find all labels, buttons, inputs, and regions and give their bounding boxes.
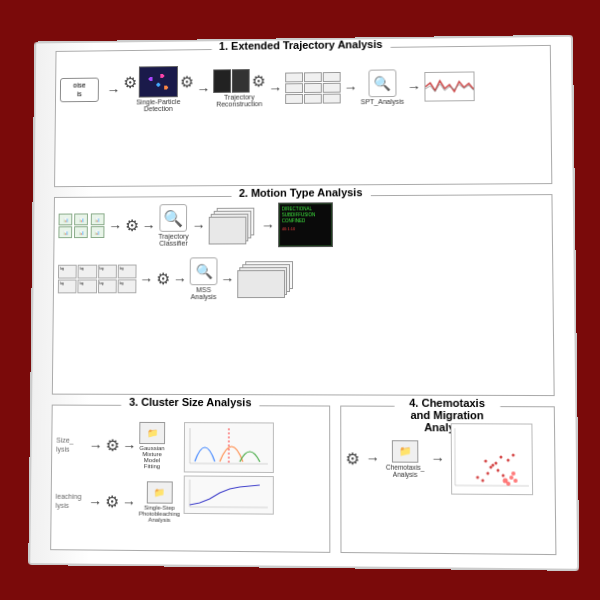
detection-step: ⚙ ⚙ Single-Particle Detection: [122, 66, 193, 113]
file-6: 📊: [90, 226, 104, 238]
sdoc-2: log: [77, 265, 96, 279]
arrow-s2-1: →: [108, 218, 122, 234]
gear-icon-2: ⚙: [179, 72, 193, 91]
file-5: 📊: [74, 226, 88, 238]
magnifier-icon: 🔍: [368, 69, 396, 97]
folder-mss: 🔍: [189, 257, 217, 285]
scatter-chart: [450, 423, 532, 495]
arrow-s3-3: →: [88, 493, 102, 509]
chem-step: 📁 Chemotaxis_ Analysis: [385, 440, 424, 478]
gmm-row: Size_lysis → ⚙ → 📁 Gaussian Mixture Mode…: [55, 422, 164, 470]
arrow-s2-6: →: [172, 271, 186, 287]
gear-icon-3: ⚙: [251, 71, 265, 90]
section2-title: 2. Motion Type Analysis: [231, 186, 370, 199]
main-card: 1. Extended Trajectory Analysis oiseis →…: [28, 35, 579, 571]
gmm-step: 📁 Gaussian Mixture Model Fitting: [139, 422, 165, 469]
diffusion-classification: DIRECTIONALSUBDIFFUSIONCONFINED 40:1:10: [277, 202, 332, 247]
arrow-s3-1: →: [88, 437, 102, 453]
arrow4: →: [343, 79, 357, 95]
sdoc-5: log: [57, 280, 76, 294]
arrow-s2-5: →: [139, 271, 153, 287]
step-spt-label: SPT_Analysis: [360, 97, 404, 104]
file-2: 📊: [74, 213, 88, 225]
tc-step: 🔍 Trajectory Classifier: [158, 204, 189, 247]
spb-row: leachinglysis → ⚙ → 📁 Single-Step Photob…: [55, 481, 180, 523]
section3: 3. Cluster Size Analysis Size_lysis → ⚙ …: [50, 405, 330, 553]
file-1: 📊: [58, 214, 72, 226]
arrow-s3-2: →: [122, 437, 136, 453]
step-chem-label: Chemotaxis_ Analysis: [385, 463, 424, 478]
noise-label: oiseis: [59, 78, 98, 102]
card-content: 1. Extended Trajectory Analysis oiseis →…: [30, 37, 577, 569]
diffusion-block: DIRECTIONALSUBDIFFUSIONCONFINED 40:1:10: [277, 202, 332, 247]
arrow-s4-2: →: [430, 451, 444, 467]
arrow5: →: [406, 78, 420, 94]
folder-gmm: 📁: [139, 422, 165, 444]
step-spb-label: Single-Step Photobleaching Analysis: [138, 504, 179, 523]
size-partial: Size_lysis: [56, 437, 86, 454]
step-tc-label: Trajectory Classifier: [158, 233, 188, 247]
gear-s2-2: ⚙: [156, 269, 170, 288]
trajectory-step: ⚙ Trajectory Reconstruction: [213, 69, 265, 108]
particle-image: [138, 66, 177, 98]
step-spd-label: Single-Particle Detection: [136, 98, 180, 112]
stacked-plots-mss: [237, 261, 297, 296]
gear-s3-2: ⚙: [104, 492, 118, 511]
doc-stacks: [285, 71, 341, 103]
section3-title: 3. Cluster Size Analysis: [121, 396, 259, 408]
folder-spb: 📁: [146, 481, 172, 503]
folder-chem: 📁: [391, 440, 417, 463]
left-partial: oiseis: [59, 78, 103, 103]
arrow-s2-3: →: [191, 217, 205, 233]
svg-rect-10: [184, 477, 272, 514]
folder-tc: 🔍: [159, 204, 187, 232]
arrow-s2-2: →: [141, 218, 155, 234]
spt-step: 🔍 SPT_Analysis: [360, 69, 404, 105]
section3-charts: [183, 422, 324, 524]
section1: 1. Extended Trajectory Analysis oiseis →…: [54, 45, 552, 187]
section1-label: 1. Extended Trajectory Analysis: [219, 38, 382, 52]
tiny-doc-5: [303, 82, 321, 92]
plot-doc-4: [208, 217, 246, 245]
section3-left: Size_lysis → ⚙ → 📁 Gaussian Mixture Mode…: [55, 422, 180, 523]
tiny-doc-6: [322, 82, 340, 92]
spb-step: 📁 Single-Step Photobleaching Analysis: [138, 481, 179, 523]
svg-rect-13: [451, 424, 531, 494]
spt-chart: [423, 71, 473, 101]
section2: 2. Motion Type Analysis 📊 📊 📊 📊 📊 📊 → ⚙ …: [51, 194, 554, 396]
tiny-doc-7: [285, 93, 303, 103]
arrow-s2-4: →: [261, 217, 275, 233]
arrow1: →: [106, 82, 120, 98]
mss-doc-4: [237, 270, 285, 298]
tiny-doc-3: [322, 71, 340, 81]
diffusion-number: 40:1:10: [279, 226, 330, 231]
section2-row2: log log log log log log log log → ⚙ → 🔍 …: [53, 254, 552, 302]
step-mss-label: MSS Analysis: [190, 286, 216, 300]
section1-title: 1. Extended Trajectory Analysis: [211, 38, 390, 52]
stacked-plots-1: [208, 208, 258, 243]
sdoc-1: log: [57, 265, 76, 279]
gmm-chart: [184, 422, 274, 473]
csv-files: 📊 📊 📊 📊 📊 📊: [58, 213, 105, 238]
arrow-s3-4: →: [121, 494, 135, 510]
sdoc-6: log: [77, 279, 96, 293]
file-3: 📊: [90, 213, 104, 225]
diffusion-text: DIRECTIONALSUBDIFFUSIONCONFINED: [279, 204, 330, 226]
small-doc-grid: log log log log log log log log: [57, 265, 136, 294]
section3-content: Size_lysis → ⚙ → 📁 Gaussian Mixture Mode…: [51, 414, 329, 533]
gear-icon-1: ⚙: [123, 73, 137, 92]
sdoc-4: log: [117, 265, 136, 279]
tiny-doc-2: [303, 72, 321, 82]
arrow3: →: [268, 80, 282, 96]
sdoc-3: log: [97, 265, 116, 279]
sdoc-7: log: [97, 279, 116, 293]
step-gmm-label: Gaussian Mixture Model Fitting: [139, 445, 164, 469]
mss-step: 🔍 MSS Analysis: [189, 257, 217, 300]
section2-row1: 📊 📊 📊 📊 📊 📊 → ⚙ → 🔍 Trajectory Classifie…: [54, 195, 552, 250]
arrow-s4: →: [365, 450, 379, 466]
tiny-doc-8: [303, 93, 321, 103]
arrow-s2-7: →: [220, 271, 234, 287]
section3-label: 3. Cluster Size Analysis: [129, 396, 251, 408]
file-4: 📊: [58, 226, 72, 238]
section4: 4. Chemotaxis and Migration Analysis ⚙ →…: [340, 406, 556, 556]
